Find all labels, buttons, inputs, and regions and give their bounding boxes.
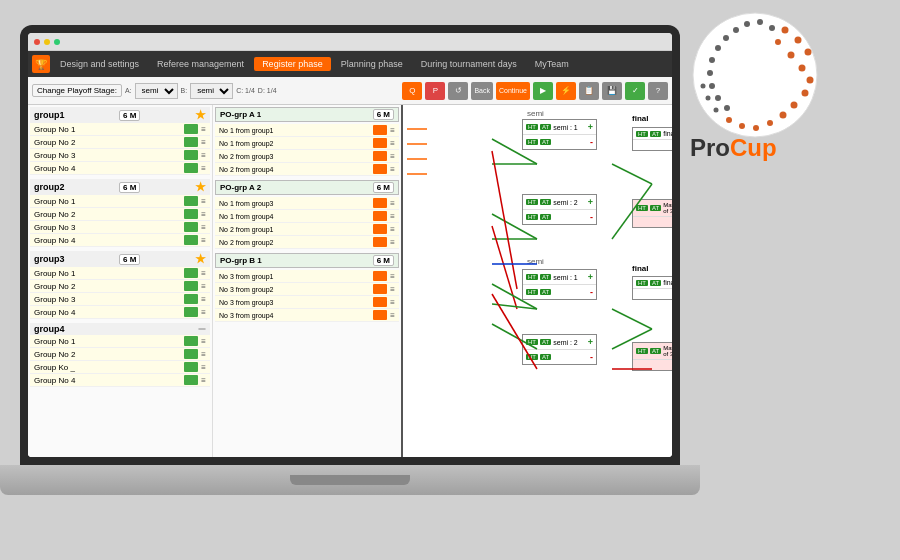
po-b1-row4-btn[interactable] (373, 310, 387, 320)
group4-row1-btn[interactable] (184, 336, 198, 346)
group4-row2-btn[interactable] (184, 349, 198, 359)
nav-during[interactable]: During tournament days (413, 57, 525, 71)
semi1-plus[interactable]: + (588, 122, 593, 132)
semi3-plus[interactable]: + (588, 272, 593, 282)
group3-row2-btn[interactable] (184, 281, 198, 291)
final2-label: final (663, 279, 672, 286)
tb2[interactable]: 📋 (579, 82, 599, 100)
semi3-ht2: HT (526, 289, 538, 295)
group3-row4-btn[interactable] (184, 307, 198, 317)
semi1-label: semi : 1 (553, 124, 586, 131)
group2-row4: Group No 4 ≡ (30, 234, 210, 247)
group4-row3-btn[interactable] (184, 362, 198, 372)
final1-label: final (663, 130, 672, 137)
plan-button[interactable]: ▶ (533, 82, 553, 100)
semi2-ht: HT (526, 199, 538, 205)
final2-box: HT AT final (632, 276, 672, 300)
po-b1-row1: No 3 from group1 ≡ (215, 270, 399, 283)
semi4-minus[interactable]: - (590, 352, 593, 362)
semi4-plus[interactable]: + (588, 337, 593, 347)
final2-row1: HT AT final (633, 277, 672, 289)
semi4-ht2: HT (526, 354, 538, 360)
po-a1-name: PO-grp A 1 (220, 110, 261, 119)
group2-row4-btn[interactable] (184, 235, 198, 245)
tb4[interactable]: ✓ (625, 82, 645, 100)
browser-bar (28, 33, 672, 51)
back-button[interactable]: Back (471, 82, 493, 100)
semi3-ht: HT (526, 274, 538, 280)
toolbar-a-label: A: (125, 87, 132, 94)
match3rd-label-1: Match of 3rd (663, 202, 672, 214)
po-a1-row2-btn[interactable] (373, 138, 387, 148)
nav-design[interactable]: Design and settings (52, 57, 147, 71)
svg-point-15 (769, 25, 775, 31)
pgrp-button[interactable]: P (425, 82, 445, 100)
group4-row4-btn[interactable] (184, 375, 198, 385)
group2-row3-btn[interactable] (184, 222, 198, 232)
svg-point-11 (767, 120, 773, 126)
po-a1-row3-btn[interactable] (373, 151, 387, 161)
semi2-plus[interactable]: + (588, 197, 593, 207)
final2-at: AT (650, 280, 661, 286)
semi4-match: HT AT semi : 2 + HT AT (522, 334, 597, 365)
tb5[interactable]: ? (648, 82, 668, 100)
semi3-minus[interactable]: - (590, 287, 593, 297)
tb1[interactable]: ⚡ (556, 82, 576, 100)
tb3[interactable]: 💾 (602, 82, 622, 100)
po-b1-row3-btn[interactable] (373, 297, 387, 307)
semi2-minus[interactable]: - (590, 212, 593, 222)
nav-register[interactable]: Register phase (254, 57, 331, 71)
group3-row1-btn[interactable] (184, 268, 198, 278)
final1-box: HT AT final (632, 127, 672, 151)
po-a1-row1-btn[interactable] (373, 125, 387, 135)
toolbar: Change Playoff Stage: A: semi B: semi C:… (28, 77, 672, 105)
semi3-label: semi : 1 (553, 274, 586, 281)
top-nav: 🏆 Design and settings Referee management… (28, 51, 672, 77)
semi1-match: HT AT semi : 1 + HT AT (522, 119, 597, 150)
semi2-at: AT (540, 199, 551, 205)
group3-row2: Group No 2 ≡ (30, 280, 210, 293)
po-a2-row1-btn[interactable] (373, 198, 387, 208)
group1-m-badge: 6 M (119, 110, 140, 121)
po-b1-row4: No 3 from group4 ≡ (215, 309, 399, 322)
nav-myteam[interactable]: MyTeam (527, 57, 577, 71)
final2-match: HT AT final (632, 276, 672, 300)
semi3-match-box: HT AT semi : 1 + HT AT (522, 269, 597, 300)
po-a1-row4-btn[interactable] (373, 164, 387, 174)
po-a1-m: 6 M (373, 109, 394, 120)
svg-point-7 (807, 77, 814, 84)
svg-line-36 (492, 226, 517, 309)
group3-row4: Group No 4 ≡ (30, 306, 210, 319)
group3-row3-btn[interactable] (184, 294, 198, 304)
svg-point-1 (782, 27, 789, 34)
po-a2-row4-btn[interactable] (373, 237, 387, 247)
toolbar-a-select[interactable]: semi (135, 83, 178, 99)
po-a2-row2-btn[interactable] (373, 211, 387, 221)
po-b1-row1-btn[interactable] (373, 271, 387, 281)
po-b1-row2-btn[interactable] (373, 284, 387, 294)
semi1-minus[interactable]: - (590, 137, 593, 147)
po-a2-row3-btn[interactable] (373, 224, 387, 234)
page-wrapper: ProCup 🏆 Design and settings (0, 0, 900, 560)
semi2-row1: HT AT semi : 2 + (523, 195, 596, 210)
final-label-1: final (632, 114, 648, 123)
toolbar-b-select[interactable]: semi (190, 83, 233, 99)
semi4-at2: AT (540, 354, 551, 360)
group2-row2-btn[interactable] (184, 209, 198, 219)
group2-row1-btn[interactable] (184, 196, 198, 206)
group3-header: group3 6 M ★ (30, 251, 210, 267)
continue-button[interactable]: Continue (496, 82, 530, 100)
nav-planning[interactable]: Planning phase (333, 57, 411, 71)
po-a1-row1: No 1 from group1 ≡ (215, 124, 399, 137)
qual-button[interactable]: Q (402, 82, 422, 100)
group1-row4-btn[interactable] (184, 163, 198, 173)
group1-row3-btn[interactable] (184, 150, 198, 160)
svg-point-14 (726, 117, 732, 123)
group2-header: group2 6 M ★ (30, 179, 210, 195)
nav-referee[interactable]: Referee management (149, 57, 252, 71)
group1-row1-btn[interactable] (184, 124, 198, 134)
group1-row2-btn[interactable] (184, 137, 198, 147)
match3rd-1-row: HT AT Match of 3rd (633, 200, 672, 217)
semi4-row1: HT AT semi : 2 + (523, 335, 596, 350)
undo-button[interactable]: ↺ (448, 82, 468, 100)
